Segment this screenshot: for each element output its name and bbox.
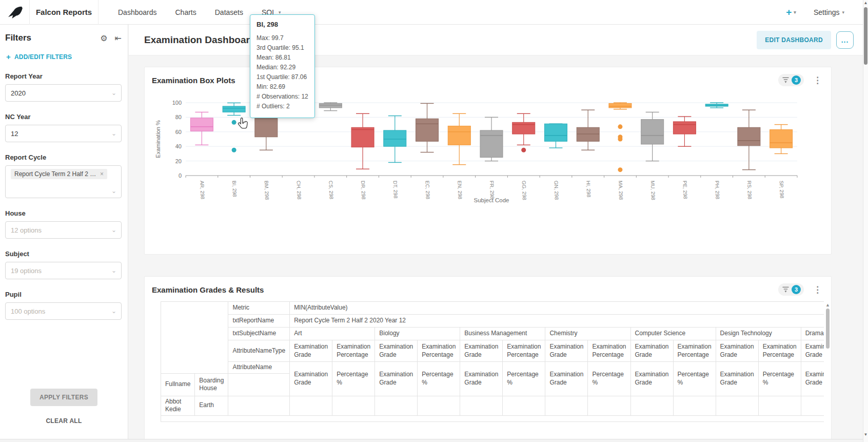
subject-header-cell: Design Technology [716,328,801,340]
outlier-point[interactable] [618,137,622,142]
selected-value: 12 [11,130,18,138]
attr-type-label-cell: AttributeNameType [228,340,290,362]
remove-chip-icon[interactable]: × [100,170,104,178]
boxplot-DR-298[interactable] [351,113,374,169]
table-scrollbar-thumb[interactable] [826,309,830,349]
placeholder-text: 12 options [11,226,42,234]
boxplot-FR-298[interactable] [480,117,503,161]
table-filter-indicator[interactable]: 3 [778,283,804,296]
attr-grade-cell: Examination Grade [290,362,332,396]
boxplot-SP-298[interactable] [770,125,793,154]
gear-icon[interactable]: ⚙ [100,33,107,43]
nav-item-label: Dashboards [118,8,157,16]
chevron-down-icon: ⌄ [111,308,116,316]
nav-item-datasets[interactable]: Datasets [215,8,243,16]
pivot-table: MetricMIN(AttributeValue)txtReportNameRe… [161,301,824,422]
x-tick-label: MA, 298 [618,181,624,200]
boxplot-MU-298[interactable] [641,112,664,161]
value-cell [290,396,332,415]
new-item-button[interactable]: + ▾ [786,7,796,18]
boxplot-MA-298[interactable] [609,103,632,172]
value-cell [332,396,375,415]
x-tick-label: HI, 298 [585,181,591,198]
subject-header-cell: Drama [801,328,824,340]
scroll-up-icon[interactable]: ▲ [863,0,868,6]
chevron-down-icon: ▾ [279,10,281,15]
boxplot-EN-298[interactable] [448,113,470,164]
page-vertical-scrollbar[interactable]: ▲ ▼ [863,0,868,442]
filter-select-house[interactable]: 12 options⌄ [5,221,122,239]
y-tick-label: 40 [175,143,182,149]
table-row: Abbot KedieEarth [161,396,824,415]
page-horizontal-scrollbar[interactable] [0,439,863,442]
attr-pct-cell: Percentage % [503,362,545,396]
page-scrollbar-thumb[interactable] [864,7,867,65]
nav-item-charts[interactable]: Charts [175,8,196,16]
attr-pct-cell: Percentage % [418,362,460,396]
y-tick-label: 100 [172,100,182,106]
filter-select-report-cycle[interactable]: Report Cycle Term 2 Half 2 20...×⌄ [5,165,122,198]
boxplot-PE-298[interactable] [673,117,696,146]
dashboard-menu-button[interactable]: ... [836,31,854,49]
attr-type-pct-cell: Examination Percentage [673,340,716,362]
y-tick-label: 20 [175,158,182,164]
filter-label: Report Cycle [5,153,122,161]
add-edit-filters-label: ADD/EDIT FILTERS [14,53,72,61]
apply-filters-button[interactable]: APPLY FILTERS [30,389,97,406]
chart-title: Examination Box Plots [152,76,235,85]
outlier-point[interactable] [232,148,236,152]
scroll-up-icon[interactable]: ▲ [825,302,830,308]
attr-type-grade-cell: Examination Grade [801,340,824,362]
x-tick-label: DR, 298 [360,181,366,200]
chevron-down-icon: ▾ [842,10,844,15]
dashboard-header: Examination Dashboard EDIT DASHBOARD ... [129,25,863,55]
edit-dashboard-button[interactable]: EDIT DASHBOARD [757,31,831,49]
selected-value-chip[interactable]: Report Cycle Term 2 Half 2 20...× [11,169,107,179]
chart-filter-indicator[interactable]: 3 [778,74,804,86]
boxplot-HI-298[interactable] [577,110,599,150]
subject-header-cell: Business Management [460,328,545,340]
outlier-point[interactable] [618,124,622,129]
filter-select-pupil[interactable]: 100 options⌄ [5,302,122,320]
funnel-icon [782,286,789,293]
value-cell [545,396,588,415]
attr-type-grade-cell: Examination Grade [375,340,418,362]
tooltip-line: Mean: 86.81 [257,53,308,63]
table-kebab-menu-icon[interactable]: ⋮ [811,285,824,294]
collapse-sidebar-icon[interactable]: ⇤ [115,33,122,43]
outlier-point[interactable] [618,167,622,172]
filter-select-subject[interactable]: 19 options⌄ [5,262,122,279]
filter-label: NC Year [5,113,122,121]
value-cell [503,396,545,415]
filter-select-nc-year[interactable]: 12⌄ [5,125,122,142]
dashboard-body: Examination Box Plots 3 ⋮ 020406080100Ex… [129,55,863,439]
brand-title[interactable]: Falcon Reports [30,0,98,25]
filter-group-report-cycle: Report CycleReport Cycle Term 2 Half 2 2… [5,153,122,198]
boxplot-PH-298[interactable] [705,103,728,108]
boxplot-DT-298[interactable] [384,116,406,163]
value-cell [588,396,630,415]
settings-menu[interactable]: Settings ▾ [814,8,844,16]
chevron-down-icon: ▾ [794,10,796,15]
clear-all-button[interactable]: CLEAR ALL [0,417,128,425]
funnel-icon [782,77,789,83]
tooltip-line: # Observations: 12 [257,92,308,102]
nav-item-dashboards[interactable]: Dashboards [118,8,157,16]
filter-select-report-year[interactable]: 2020⌄ [5,84,122,102]
table-scrollbar[interactable]: ▲ [825,302,830,439]
scroll-down-icon[interactable]: ▼ [863,432,868,438]
placeholder-text: 100 options [11,308,45,315]
boxplot-EC-298[interactable] [416,103,439,152]
chart-kebab-menu-icon[interactable]: ⋮ [811,76,824,85]
boxplot-CS-298[interactable] [319,103,342,111]
boxplot-GN-298[interactable] [544,124,567,148]
chevron-down-icon: ⌄ [111,90,116,98]
falcon-logo[interactable] [0,0,30,25]
outlier-point[interactable] [232,120,236,125]
outlier-point[interactable] [521,148,526,152]
chevron-down-icon: ⌄ [111,267,116,275]
tooltip-line: Max: 99.7 [257,33,308,43]
filter-count-badge: 3 [792,75,801,85]
add-edit-filters-button[interactable]: + ADD/EDIT FILTERS [0,48,128,63]
y-tick-label: 0 [179,172,182,179]
